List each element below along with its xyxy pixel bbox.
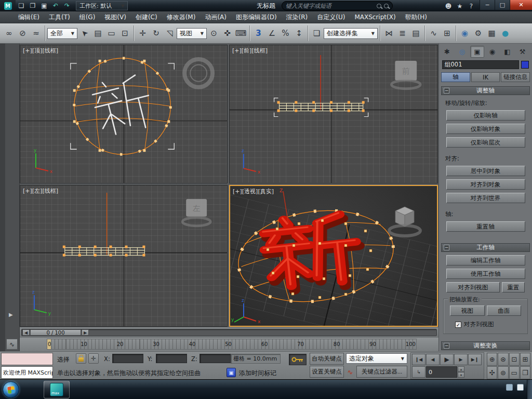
help-icon[interactable]: ? [466, 1, 477, 11]
align-icon[interactable]: ≣ [396, 26, 409, 41]
create-tab-icon[interactable]: ✱ [440, 46, 454, 58]
save-file-icon[interactable]: ▣ [38, 1, 50, 11]
angle-snap-icon[interactable]: ∠ [265, 26, 278, 41]
y-coordinate-input[interactable] [156, 354, 187, 363]
menu-item[interactable]: 视图(V) [100, 11, 131, 23]
pivot-subtab[interactable]: 轴 [441, 72, 470, 82]
next-frame-icon[interactable]: ▶ [454, 354, 468, 365]
key-filters-button[interactable]: 关键点过滤器... [356, 366, 407, 378]
viewport-front[interactable]: [+][前][线框] 前 [229, 45, 438, 183]
z-coordinate-input[interactable] [200, 354, 231, 363]
x-coordinate-input[interactable] [112, 354, 143, 363]
lattice-control-points[interactable] [63, 246, 145, 257]
keyboard-override-icon[interactable]: ⌨ [234, 26, 247, 41]
undo-icon[interactable]: ↶ [50, 1, 61, 11]
menu-item[interactable]: 编辑(E) [14, 11, 44, 23]
3dsmax-taskbar-button[interactable]: max [44, 381, 70, 398]
spinner-down-icon[interactable]: ▾ [458, 372, 464, 378]
favorites-icon[interactable]: ★ [454, 1, 466, 11]
text-object-edge-wireframe[interactable] [65, 248, 145, 256]
hierarchy-tab-icon[interactable]: ▣ [470, 46, 484, 58]
selection-lock-icon[interactable] [76, 353, 86, 364]
reset-button[interactable]: 重置 [502, 282, 525, 292]
default-tangent-icon[interactable]: ∿ [346, 368, 354, 376]
render-production-icon[interactable]: ● [499, 26, 512, 41]
view-cube[interactable]: 前 [391, 61, 420, 89]
viewport-perspective[interactable]: [+][透视][真实] [229, 185, 438, 327]
affect-button[interactable]: 仅影响轴 [446, 110, 525, 121]
snaps-toggle-icon[interactable]: 3 [252, 26, 265, 41]
text-object-3d[interactable] [261, 211, 363, 294]
navigation-ring[interactable] [184, 59, 212, 87]
redo-icon[interactable]: ↷ [61, 1, 73, 11]
layout-tabs-expand-icon[interactable]: ▶ [9, 312, 13, 317]
zoom-extents-all-icon[interactable]: ⊞ [520, 353, 530, 366]
current-frame-input[interactable] [426, 366, 457, 378]
zoom-extents-icon[interactable]: ⊡ [509, 353, 520, 366]
search-box[interactable] [282, 1, 393, 10]
sign-in-icon[interactable]: ☻ [443, 1, 454, 11]
set-key-button[interactable] [289, 354, 307, 365]
auto-key-button[interactable]: 自动关键点 [310, 353, 344, 365]
search-icon[interactable] [377, 4, 381, 8]
track-bar-ruler[interactable]: 0102030405060708090100 [47, 339, 417, 350]
show-desktop-button[interactable] [527, 380, 532, 399]
menu-item[interactable]: 工具(T) [44, 11, 75, 23]
menu-item[interactable]: 自定义(U) [312, 11, 350, 23]
window-crossing-icon[interactable]: ⊡ [118, 26, 131, 41]
object-name-field[interactable]: 组001 [442, 60, 519, 69]
ik-subtab[interactable]: IK [471, 72, 500, 82]
object-color-swatch[interactable] [521, 61, 529, 69]
modify-tab-icon[interactable]: ◎ [455, 46, 469, 58]
affect-button[interactable]: 仅影响对象 [446, 124, 525, 134]
viewport-left[interactable]: [+][左][线框] 左 z [20, 185, 228, 327]
pan-icon[interactable]: ✣ [487, 366, 497, 379]
viewport-top[interactable]: [+][顶][线框] [20, 45, 228, 183]
selection-filter-dropdown[interactable]: 全部 ▼ [47, 28, 77, 39]
view-cube[interactable] [389, 207, 420, 236]
edit-working-pivot-button[interactable]: 编辑工作轴 [446, 255, 525, 265]
use-pivot-center-icon[interactable]: ⊙ [207, 26, 220, 41]
named-selection-dropdown[interactable]: 创建选择集 ▼ [324, 28, 378, 39]
viewport-front-label[interactable]: [+][前][线框] [232, 47, 268, 55]
tray-icon[interactable] [517, 384, 524, 391]
selection-region-icon[interactable]: ▭ [105, 26, 118, 41]
use-working-pivot-button[interactable]: 使用工作轴 [446, 269, 525, 279]
application-menu-button[interactable]: M [0, 0, 16, 11]
text-object-wireframe[interactable] [90, 73, 156, 138]
close-button[interactable]: ✕ [510, 0, 532, 10]
bind-to-space-warp-icon[interactable]: ≈ [30, 26, 43, 41]
utilities-tab-icon[interactable]: ⚒ [515, 46, 529, 58]
time-slider-track[interactable]: ◀ 0 / 100 ▶ [21, 329, 437, 336]
add-time-tag[interactable]: 添加时间标记 [239, 369, 276, 378]
previous-frame-icon[interactable]: ◀ [426, 354, 440, 365]
selection-set-dropdown[interactable]: 选定对象 ▼ [346, 353, 407, 364]
checkbox-checked-icon[interactable]: ✓ [455, 322, 461, 328]
schematic-view-icon[interactable]: ⊞ [441, 26, 454, 41]
mini-curve-editor-button[interactable]: ∿ [6, 339, 18, 350]
display-tab-icon[interactable]: ◧ [500, 46, 514, 58]
alignment-button[interactable]: 对齐到对象 [446, 179, 525, 190]
reference-coordinate-dropdown[interactable]: 视图 ▼ [177, 28, 207, 39]
menu-item[interactable]: MAXScript(X) [350, 11, 400, 23]
select-and-move-icon[interactable]: ✛ [136, 26, 149, 41]
reset-pivot-button[interactable]: 重置轴 [446, 221, 525, 232]
macro-recorder-field[interactable] [1, 353, 53, 365]
link-info-subtab[interactable]: 链接信息 [501, 72, 530, 82]
viewport-perspective-label[interactable]: [+][透视][真实] [233, 188, 274, 195]
select-and-rotate-icon[interactable]: ↻ [150, 26, 163, 41]
working-pivot-rollout-header[interactable]: − 工作轴 [441, 243, 530, 252]
zoom-icon[interactable]: ⊕ [487, 353, 497, 366]
new-scene-icon[interactable]: ❏ [16, 1, 27, 11]
lattice-control-points[interactable] [74, 58, 171, 154]
menu-item[interactable]: 创建(C) [131, 11, 162, 23]
menu-item[interactable]: 帮助(H) [401, 11, 432, 23]
affect-button[interactable]: 仅影响层次 [446, 137, 525, 148]
advanced-search-icon[interactable] [384, 4, 389, 8]
select-and-manipulate-icon[interactable]: ✜ [221, 26, 234, 41]
absolute-mode-icon[interactable]: ✛ [88, 353, 99, 364]
view-cube[interactable]: 左 [182, 199, 210, 226]
rendered-frame-window-icon[interactable]: ▦ [485, 26, 498, 41]
spinner-up-icon[interactable]: ▴ [458, 366, 464, 372]
curve-editor-icon[interactable]: ∿ [427, 26, 440, 41]
